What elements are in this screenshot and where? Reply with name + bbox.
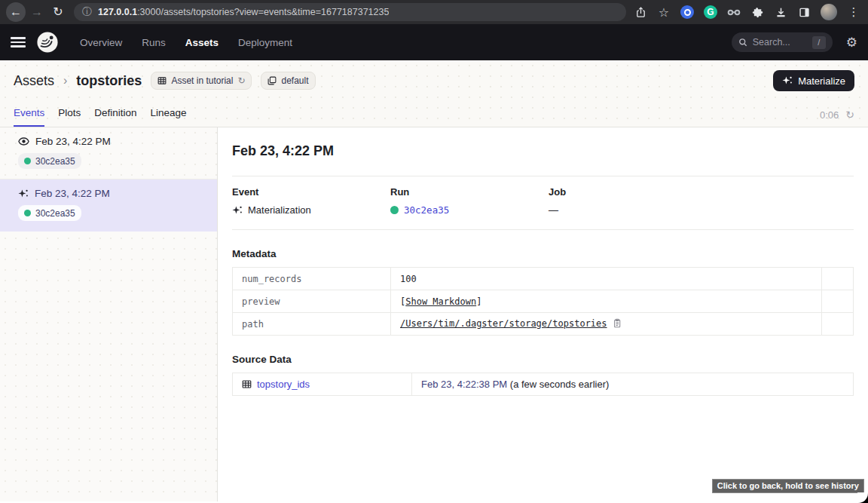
asset-tabs: Events Plots Definition Lineage 0:06 ↻ [0, 98, 868, 127]
source-asset-link[interactable]: topstory_ids [242, 379, 402, 390]
nav-item-runs[interactable]: Runs [142, 37, 166, 48]
profile-avatar[interactable] [821, 4, 837, 20]
run-status-dot [390, 206, 399, 214]
event-detail-panel: Feb 23, 4:22 PM Event Materialization Ru… [218, 127, 868, 501]
materialize-button[interactable]: Materialize [773, 70, 854, 91]
search-icon [738, 38, 747, 47]
global-search[interactable]: / [732, 32, 833, 52]
search-input[interactable] [753, 37, 802, 48]
source-event-time-link[interactable]: Feb 23, 4:22:38 PM [421, 379, 507, 390]
navbar-right: / ⚙ [732, 32, 857, 52]
copy-clipboard-icon[interactable] [613, 318, 622, 330]
show-markdown-link[interactable]: Show Markdown [405, 296, 476, 307]
extensions-puzzle-icon[interactable] [750, 5, 764, 19]
downloads-button[interactable] [774, 5, 787, 19]
table-grid-icon [242, 379, 252, 389]
url-text: 127.0.0.1:3000/assets/topstories?view=ev… [98, 7, 389, 17]
job-column: Job — [549, 186, 854, 216]
goggles-extension-icon[interactable] [727, 5, 741, 19]
tab-definition[interactable]: Definition [94, 107, 136, 127]
table-row: topstory_ids Feb 23, 4:22:38 PM (a few s… [233, 373, 854, 396]
source-data-section-title: Source Data [232, 354, 854, 365]
breadcrumb-current-asset: topstories [76, 73, 142, 89]
metadata-value: 100 [391, 268, 822, 290]
source-asset-name: topstory_ids [257, 379, 310, 390]
grammarly-extension-icon[interactable]: G [704, 5, 717, 19]
star-icon: ☆ [659, 5, 669, 20]
source-data-table: topstory_ids Feb 23, 4:22:38 PM (a few s… [232, 373, 854, 396]
event-column-label: Event [232, 186, 390, 198]
run-id: 30c2ea35 [35, 208, 75, 219]
copy-layers-icon [267, 76, 277, 85]
run-id-pill[interactable]: 30c2ea35 [18, 153, 81, 169]
metadata-extra-cell [822, 290, 854, 313]
nav-item-overview[interactable]: Overview [80, 37, 122, 48]
run-column-label: Run [390, 186, 549, 198]
search-shortcut-key: / [812, 36, 826, 49]
metadata-extra-cell [822, 313, 854, 336]
event-detail-title: Feb 23, 4:22 PM [232, 143, 854, 159]
run-id: 30c2ea35 [35, 156, 75, 167]
event-list-sidebar: Feb 23, 4:22 PM 30c2ea35 Feb 23, 4:22 PM… [0, 127, 218, 501]
browser-forward-button[interactable]: → [27, 2, 47, 22]
browser-menu-button[interactable]: ⋮ [847, 5, 860, 19]
tab-plots[interactable]: Plots [58, 107, 81, 127]
nav-item-assets[interactable]: Assets [185, 37, 219, 48]
nav-item-deployment[interactable]: Deployment [238, 37, 292, 48]
metadata-section-title: Metadata [232, 248, 854, 259]
run-status-dot [24, 210, 31, 216]
reload-definitions-icon[interactable]: ↻ [237, 75, 245, 86]
table-row: num_records 100 [233, 268, 854, 290]
sparkle-icon [782, 75, 793, 86]
share-icon [635, 7, 646, 18]
browser-toolbar: ← → ↻ ⓘ 127.0.0.1:3000/assets/topstories… [0, 0, 868, 24]
url-path: :3000/assets/topstories?view=events&time… [137, 7, 389, 17]
metadata-extra-cell [822, 268, 854, 290]
refresh-icon[interactable]: ↻ [845, 109, 854, 121]
browser-actions: ☆ G ⋮ [634, 4, 862, 20]
share-button[interactable] [634, 5, 647, 19]
asset-definition-badge[interactable]: Asset in tutorial ↻ [151, 72, 252, 90]
extension-blue-icon[interactable] [680, 5, 694, 19]
event-list-item-observation[interactable]: Feb 23, 4:22 PM 30c2ea35 [0, 127, 217, 179]
browser-back-tooltip: Click to go back, hold to see history [712, 479, 864, 493]
path-link[interactable]: /Users/tim/.dagster/storage/topstories [400, 318, 607, 329]
timer-value: 0:06 [820, 109, 839, 121]
page-info-icon[interactable]: ⓘ [82, 5, 92, 19]
dagster-logo[interactable] [36, 31, 59, 54]
asset-group-label: default [281, 75, 308, 86]
event-type-value: Materialization [248, 204, 311, 216]
kebab-menu-icon: ⋮ [848, 5, 860, 19]
bookmark-button[interactable]: ☆ [657, 5, 671, 19]
address-bar[interactable]: ⓘ 127.0.0.1:3000/assets/topstories?view=… [74, 3, 626, 21]
settings-gear-icon[interactable]: ⚙ [846, 35, 857, 51]
table-row: preview [Show Markdown] [233, 290, 854, 313]
nav-links: Overview Runs Assets Deployment [80, 37, 292, 48]
browser-reload-button[interactable]: ↻ [48, 2, 68, 22]
hamburger-menu-icon[interactable] [11, 37, 26, 48]
materialize-label: Materialize [798, 75, 845, 87]
asset-page-header: Assets › topstories Asset in tutorial ↻ … [0, 60, 868, 127]
metadata-key: path [233, 313, 391, 336]
sparkle-icon [232, 205, 243, 216]
side-panel-icon [799, 7, 810, 18]
back-icon: ← [10, 6, 22, 18]
event-timestamp: Feb 23, 4:22 PM [35, 188, 110, 199]
breadcrumb-assets-link[interactable]: Assets [14, 73, 54, 89]
browser-back-button[interactable]: ← [6, 2, 26, 22]
tab-lineage[interactable]: Lineage [151, 107, 187, 127]
asset-group-badge[interactable]: default [261, 72, 315, 90]
side-panel-button[interactable] [797, 5, 811, 19]
tab-events[interactable]: Events [14, 107, 44, 127]
run-id-link[interactable]: 30c2ea35 [404, 204, 449, 216]
forward-icon: → [31, 6, 43, 18]
job-column-label: Job [549, 186, 854, 198]
metadata-table: num_records 100 preview [Show Markdown] … [232, 267, 854, 336]
sparkle-icon [18, 189, 29, 199]
event-timestamp: Feb 23, 4:22 PM [35, 136, 111, 147]
refresh-timer: 0:06 ↻ [820, 109, 854, 127]
event-list-item-materialization[interactable]: Feb 23, 4:22 PM 30c2ea35 [0, 179, 217, 232]
breadcrumb: Assets › topstories Asset in tutorial ↻ … [0, 60, 868, 98]
asset-events-view: Feb 23, 4:22 PM 30c2ea35 Feb 23, 4:22 PM… [0, 127, 868, 501]
run-id-pill[interactable]: 30c2ea35 [18, 205, 81, 221]
